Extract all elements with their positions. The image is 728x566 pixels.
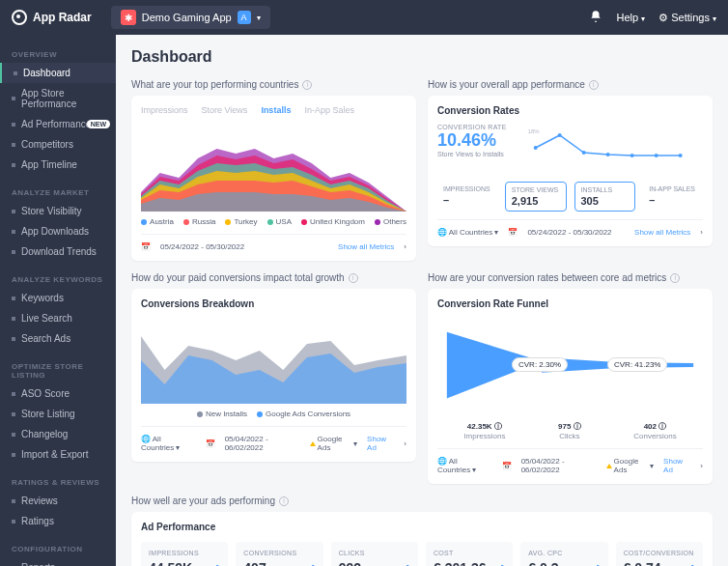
info-icon[interactable]: i bbox=[589, 80, 599, 90]
metric-in-app-sales[interactable]: IN-APP SALES– bbox=[643, 182, 703, 212]
brand-logo[interactable]: App Radar bbox=[12, 10, 92, 25]
sidebar-item-store-visibility[interactable]: Store Visibility bbox=[0, 201, 116, 221]
countries-date[interactable]: 05/24/2022 - 05/30/2022 bbox=[160, 242, 244, 251]
countries-chart bbox=[141, 125, 406, 212]
svg-point-6 bbox=[654, 154, 658, 157]
performance-chart: 18% bbox=[522, 124, 703, 172]
cvr-label-2: CVR: 41.23% bbox=[607, 357, 667, 372]
show-ad-link[interactable]: Show Ad bbox=[367, 435, 394, 452]
legend-item: Others bbox=[375, 217, 406, 226]
tab-store-views[interactable]: Store Views bbox=[202, 105, 248, 115]
kpi-cost-conversion: COST/CONVERSION€ 0.74↓ 100% bbox=[616, 542, 703, 566]
sidebar-section-title: RATINGS & REVIEWS bbox=[0, 472, 116, 491]
sidebar-item-aso-score[interactable]: ASO Score bbox=[0, 383, 116, 404]
app-badge: A bbox=[238, 11, 251, 24]
funnel-chart: CVR: 2.30% CVR: 41.23% bbox=[437, 317, 703, 413]
countries-filter[interactable]: 🌐 All Countries ▾ bbox=[437, 228, 498, 237]
info-icon[interactable]: i bbox=[670, 273, 680, 283]
sidebar-section-title: ANALYZE MARKET bbox=[0, 183, 116, 201]
countries-filter[interactable]: 🌐 All Countries ▾ bbox=[141, 435, 196, 452]
sidebar-item-download-trends[interactable]: Download Trends bbox=[0, 241, 116, 262]
google-ads-source[interactable]: Google Ads ▾ bbox=[310, 435, 358, 452]
kpi-clicks: CLICKS992↑ 100% bbox=[331, 542, 418, 566]
sidebar-item-keywords[interactable]: Keywords bbox=[0, 288, 116, 308]
sidebar-section-title: OVERVIEW bbox=[0, 44, 116, 63]
info-icon[interactable]: i bbox=[302, 80, 312, 90]
show-metrics-link[interactable]: Show all Metrics bbox=[634, 228, 690, 237]
tab-installs[interactable]: Installs bbox=[261, 105, 291, 115]
tab-in-app-sales[interactable]: In-App Sales bbox=[304, 105, 354, 115]
sidebar-item-reviews[interactable]: Reviews bbox=[0, 491, 116, 511]
svg-point-7 bbox=[678, 154, 682, 157]
performance-date[interactable]: 05/24/2022 - 05/30/2022 bbox=[527, 228, 611, 237]
info-icon[interactable]: i bbox=[349, 273, 358, 283]
ads-card: Ad Performance IMPRESSIONS44.59K↑ 100%CO… bbox=[131, 512, 713, 566]
sidebar-item-import-&-export[interactable]: Import & Export bbox=[0, 444, 116, 465]
new-badge: NEW bbox=[87, 120, 110, 128]
legend-item: USA bbox=[267, 217, 292, 226]
countries-question: What are your top performing countries i bbox=[131, 79, 416, 90]
funnel-card: Conversion Rate Funnel CVR: 2.30% CVR: 4… bbox=[428, 289, 713, 484]
metric-installs[interactable]: INSTALLS305 bbox=[574, 182, 636, 212]
sidebar-item-dashboard[interactable]: Dashboard bbox=[0, 63, 116, 83]
sidebar-item-live-search[interactable]: Live Search bbox=[0, 308, 116, 328]
chevron-down-icon: ▾ bbox=[257, 14, 261, 22]
funnel-question: How are your conversion rates between co… bbox=[428, 272, 713, 283]
show-ad-link[interactable]: Show Ad bbox=[663, 457, 690, 474]
calendar-icon: 📅 bbox=[508, 228, 518, 237]
sidebar-item-reports[interactable]: Reports bbox=[0, 557, 116, 566]
legend-item: Turkey bbox=[225, 217, 257, 226]
metric-store-views[interactable]: STORE VIEWS2,915 bbox=[505, 182, 567, 212]
svg-point-1 bbox=[533, 146, 537, 150]
funnel-stage: 42.35K ⓘImpressions bbox=[463, 421, 505, 440]
sidebar-item-competitors[interactable]: Competitors bbox=[0, 134, 116, 155]
sidebar-item-store-listing[interactable]: Store Listing bbox=[0, 404, 116, 424]
countries-filter[interactable]: 🌐 All Countries ▾ bbox=[437, 457, 492, 474]
show-metrics-link[interactable]: Show all Metrics bbox=[338, 242, 394, 251]
app-selector[interactable]: ✱ Demo Gaming App A ▾ bbox=[111, 6, 270, 29]
svg-point-2 bbox=[557, 133, 561, 137]
google-ads-source[interactable]: Google Ads ▾ bbox=[606, 457, 655, 474]
svg-point-3 bbox=[581, 151, 585, 155]
brand-name: App Radar bbox=[33, 11, 92, 24]
sidebar-item-search-ads[interactable]: Search Ads bbox=[0, 328, 116, 349]
calendar-icon: 📅 bbox=[141, 242, 151, 251]
kpi-conversions: CONVERSIONS407↑ 100% bbox=[236, 542, 322, 566]
performance-title: Conversion Rates bbox=[437, 105, 703, 116]
sidebar-item-ratings[interactable]: Ratings bbox=[0, 511, 116, 531]
sidebar-item-ad-performance[interactable]: Ad PerformanceNEW bbox=[0, 114, 116, 134]
sidebar: OVERVIEWDashboardApp Store PerformanceAd… bbox=[0, 35, 116, 566]
sidebar-item-app-store-performance[interactable]: App Store Performance bbox=[0, 83, 116, 114]
bell-icon[interactable] bbox=[589, 10, 602, 25]
conversions-chart bbox=[141, 317, 406, 404]
countries-card: ImpressionsStore ViewsInstallsIn-App Sal… bbox=[131, 96, 416, 261]
app-icon: ✱ bbox=[121, 10, 136, 25]
sidebar-section-title: CONFIGURATION bbox=[0, 539, 116, 557]
help-link[interactable]: Help ▾ bbox=[616, 12, 645, 23]
settings-link[interactable]: ⚙ Settings ▾ bbox=[658, 12, 716, 24]
svg-point-5 bbox=[630, 154, 633, 157]
conversion-rate: 10.46% bbox=[437, 130, 507, 151]
svg-point-4 bbox=[605, 153, 609, 156]
conversions-card: Conversions Breakdown New Installs Googl… bbox=[131, 289, 416, 462]
info-icon[interactable]: i bbox=[279, 496, 289, 506]
kpi-impressions: IMPRESSIONS44.59K↑ 100% bbox=[141, 542, 228, 566]
svg-text:18%: 18% bbox=[527, 128, 540, 134]
performance-card: Conversion Rates CONVERSION RATE 10.46% … bbox=[428, 96, 713, 246]
kpi-cost: COST€ 301.36↑ 100% bbox=[426, 542, 513, 566]
sidebar-item-app-downloads[interactable]: App Downloads bbox=[0, 221, 116, 241]
sidebar-item-changelog[interactable]: Changelog bbox=[0, 424, 116, 444]
logo-icon bbox=[12, 10, 27, 25]
legend-item: Russia bbox=[183, 217, 215, 226]
cvr-label-1: CVR: 2.30% bbox=[512, 357, 568, 372]
performance-question: How is your overall app performance i bbox=[428, 79, 713, 90]
sidebar-section-title: ANALYZE KEYWORDS bbox=[0, 269, 116, 288]
sidebar-item-app-timeline[interactable]: App Timeline bbox=[0, 155, 116, 175]
metric-impressions[interactable]: IMPRESSIONS– bbox=[437, 182, 497, 212]
ads-question: How well are your ads performing i bbox=[131, 495, 713, 506]
funnel-stage: 402 ⓘConversions bbox=[633, 421, 676, 440]
tab-impressions[interactable]: Impressions bbox=[141, 105, 188, 115]
sidebar-section-title: OPTIMIZE STORE LISTING bbox=[0, 356, 116, 383]
legend-item: United Kingdom bbox=[301, 217, 365, 226]
app-name: Demo Gaming App bbox=[142, 12, 232, 23]
